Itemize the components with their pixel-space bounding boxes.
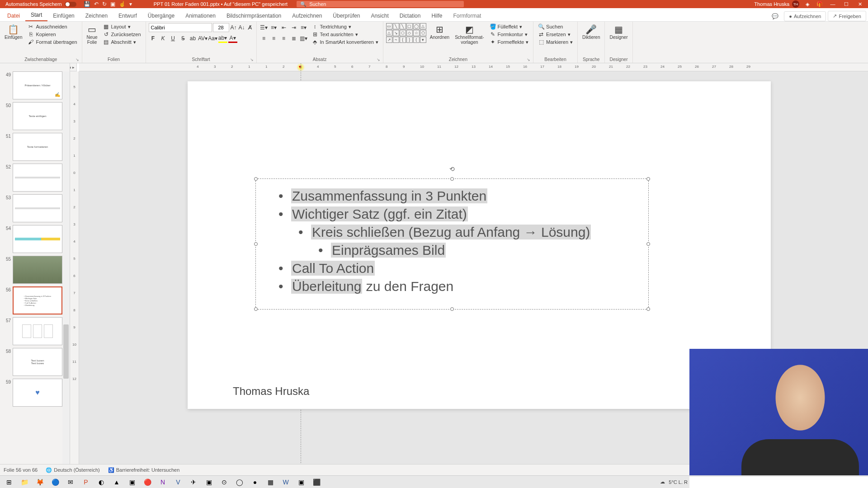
- section-button[interactable]: ▤Abschnitt ▾: [101, 38, 143, 46]
- tab-animations[interactable]: Animationen: [180, 10, 221, 21]
- thumbnail-53[interactable]: [13, 194, 62, 222]
- onenote-icon[interactable]: N: [156, 477, 170, 488]
- tab-record[interactable]: Aufzeichnen: [287, 10, 327, 21]
- select-button[interactable]: ⬚Markieren ▾: [536, 38, 575, 46]
- document-title[interactable]: PPT 01 Roter Faden 001.pptx • Auf "diese…: [154, 1, 288, 7]
- thumbnail-54[interactable]: [13, 225, 62, 253]
- tab-review[interactable]: Überprüfen: [327, 10, 365, 21]
- visio-icon[interactable]: V: [171, 477, 185, 488]
- app-icon[interactable]: ●: [248, 477, 262, 488]
- record-button[interactable]: ●Aufzeichnen: [784, 11, 826, 21]
- app-icon[interactable]: ▦: [263, 477, 278, 488]
- reset-button[interactable]: ↺Zurücksetzen: [101, 31, 143, 38]
- resize-handle[interactable]: [450, 307, 454, 311]
- slide-thumbnails-panel[interactable]: 49Präsentieren / Klicker✍ 50Texte einfüg…: [0, 63, 70, 477]
- chrome-icon[interactable]: 🔵: [48, 477, 62, 488]
- start-icon[interactable]: ⊞: [2, 477, 16, 488]
- layout-button[interactable]: ▦Layout ▾: [101, 23, 143, 30]
- list-item[interactable]: Call To Action: [278, 259, 635, 277]
- slide-canvas[interactable]: ⟲ Zusammenfassung in 3 Punkten Wichtiger…: [188, 81, 771, 409]
- user-account[interactable]: Thomas Hruska TH: [751, 0, 802, 8]
- underline-icon[interactable]: U: [169, 34, 178, 43]
- paste-button[interactable]: 📋 Einfügen: [3, 23, 24, 41]
- maximize-icon[interactable]: ☐: [840, 1, 853, 7]
- resize-handle[interactable]: [646, 242, 650, 246]
- designer-button[interactable]: ▦Designer: [608, 23, 629, 41]
- horizontal-ruler[interactable]: 4321123456789101112131415161718192021222…: [79, 63, 868, 71]
- tab-view[interactable]: Ansicht: [365, 10, 394, 21]
- thumbnail-49[interactable]: Präsentieren / Klicker✍: [13, 71, 62, 99]
- shape-fill-button[interactable]: 🪣Fülleffekt ▾: [488, 23, 531, 30]
- language-indicator[interactable]: 🌐Deutsch (Österreich): [46, 467, 99, 473]
- word-icon[interactable]: W: [278, 477, 293, 488]
- align-right-icon[interactable]: ≡: [279, 34, 288, 43]
- list-item[interactable]: Kreis schließen (Bezug auf Anfang → Lösu…: [298, 223, 635, 241]
- case-icon[interactable]: Aa▾: [208, 34, 217, 43]
- system-tray[interactable]: ☁ 5°C L. R: [660, 479, 688, 485]
- comments-icon[interactable]: 💬: [768, 11, 782, 21]
- explorer-icon[interactable]: 📁: [17, 477, 32, 488]
- indent-inc-icon[interactable]: ⇥: [289, 23, 298, 32]
- indent-dec-icon[interactable]: ⇤: [279, 23, 288, 32]
- tab-design[interactable]: Entwurf: [113, 10, 142, 21]
- resize-handle[interactable]: [646, 307, 650, 311]
- resize-handle[interactable]: [254, 242, 258, 246]
- app-icon[interactable]: ▣: [202, 477, 216, 488]
- clear-format-icon[interactable]: A̸: [246, 23, 254, 32]
- thumbnail-57[interactable]: [13, 317, 62, 345]
- list-item[interactable]: Zusammenfassung in 3 Punkten: [278, 187, 635, 205]
- replace-button[interactable]: ⇄Ersetzen ▾: [536, 31, 575, 38]
- autosave-toggle[interactable]: Automatisches Speichern: [2, 1, 80, 7]
- font-name-input[interactable]: [149, 23, 212, 32]
- tab-dictation[interactable]: Dictation: [394, 10, 426, 21]
- app-icon[interactable]: ▣: [294, 477, 308, 488]
- thumbnail-51[interactable]: Texte formatieren: [13, 133, 62, 161]
- text-direction-button[interactable]: ↕Textrichtung ▾: [310, 23, 380, 30]
- obs-icon[interactable]: ⬛: [309, 477, 324, 488]
- tab-transitions[interactable]: Übergänge: [142, 10, 180, 21]
- thumbnail-59[interactable]: ♥: [13, 379, 62, 407]
- app-icon[interactable]: ▣: [125, 477, 139, 488]
- tab-help[interactable]: Hilfe: [426, 10, 448, 21]
- font-color-icon[interactable]: A▾: [228, 34, 237, 43]
- font-launcher-icon[interactable]: ↘: [250, 57, 254, 62]
- undo-icon[interactable]: ↶: [94, 1, 99, 7]
- bullet-list[interactable]: Zusammenfassung in 3 Punkten Wichtiger S…: [256, 179, 648, 300]
- shadow-icon[interactable]: ab: [189, 34, 198, 43]
- thumbnail-58[interactable]: Text boxen Text boxes: [13, 348, 62, 376]
- powerpoint-icon[interactable]: P: [79, 477, 93, 488]
- tab-shape-format[interactable]: Formformat: [448, 10, 486, 21]
- list-item[interactable]: Einprägsames Bild: [318, 241, 635, 259]
- slide-counter[interactable]: Folie 56 von 66: [4, 467, 38, 473]
- tab-start[interactable]: Start: [25, 9, 47, 21]
- thumbnail-52[interactable]: [13, 164, 62, 192]
- font-shrink-icon[interactable]: A↓: [238, 23, 245, 32]
- save-icon[interactable]: 💾: [84, 1, 90, 7]
- spacing-icon[interactable]: AV▾: [198, 34, 208, 43]
- align-center-icon[interactable]: ≡: [269, 34, 278, 43]
- copy-button[interactable]: ⎘Kopieren: [26, 31, 79, 38]
- thumbnail-55[interactable]: [13, 256, 62, 284]
- shapes-gallery[interactable]: ▭╲╲▢◯△ △↘⬡◇☆⬠ ↗~{}(▾: [386, 23, 426, 43]
- touch-icon[interactable]: ☝: [119, 1, 126, 7]
- columns-icon[interactable]: ▥▾: [299, 34, 308, 43]
- search-box[interactable]: 🔍: [297, 1, 464, 7]
- list-item[interactable]: Wichtiger Satz (ggf. ein Zitat): [278, 205, 635, 223]
- thumbnail-50[interactable]: Texte einfügen: [13, 102, 62, 130]
- shape-effects-button[interactable]: ✦Formeffekte ▾: [488, 38, 531, 46]
- tab-slideshow[interactable]: Bildschirmpräsentation: [221, 10, 287, 21]
- thumbnail-56[interactable]: • Zusammenfassung in 3 Punkten • Wichtig…: [13, 286, 62, 314]
- cut-button[interactable]: ✂Ausschneiden: [26, 23, 79, 30]
- justify-icon[interactable]: ≣: [289, 34, 298, 43]
- present-icon[interactable]: ▣: [110, 1, 115, 7]
- share-button[interactable]: ↗Freigeben: [828, 11, 866, 21]
- app-icon[interactable]: ◯: [232, 477, 247, 488]
- resize-handle[interactable]: [254, 177, 258, 181]
- new-slide-button[interactable]: ▭ Neue Folie: [85, 23, 99, 46]
- firefox-icon[interactable]: 🦊: [33, 477, 47, 488]
- telegram-icon[interactable]: ✈: [186, 477, 201, 488]
- thumbnails-scrollbar[interactable]: [62, 71, 70, 477]
- toggle-switch-icon[interactable]: [65, 2, 76, 7]
- line-spacing-icon[interactable]: ≡▾: [299, 23, 308, 32]
- tab-file[interactable]: Datei: [2, 10, 25, 21]
